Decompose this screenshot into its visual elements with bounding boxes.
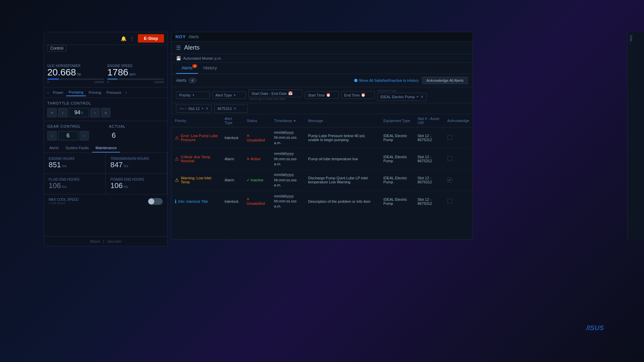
hamburger-icon[interactable]: ☰ [176, 45, 181, 51]
col-timestamp[interactable]: Timestamp ▼ [271, 114, 305, 127]
engine-hours-label: Engine Hours [49, 157, 101, 161]
toggle-thumb [148, 198, 154, 204]
throttle-back-button[interactable]: ‹ [58, 108, 67, 117]
priority-text: Warning: Low Inlet Temp [181, 176, 218, 184]
tab-history[interactable]: History [198, 63, 222, 74]
timestamp-date: mm/dd/yyyy [274, 130, 302, 135]
alert-type-filter-arrow: ▼ [233, 94, 236, 97]
transmission-hours-value: 847 [110, 161, 123, 169]
slot-filter-clear[interactable]: ✕ [205, 106, 209, 111]
start-time-filter[interactable]: Start Time ⏰ [305, 91, 338, 99]
throttle-rewind-button[interactable]: « [47, 108, 57, 117]
col-slot-asset[interactable]: Slot # - Asset UID [414, 114, 444, 127]
status-cell: ✕ Active [243, 148, 270, 170]
asset-icon: 💾 [176, 56, 181, 61]
nav-tab-priming[interactable]: Priming [86, 89, 104, 96]
alert-type-cell: Alarm [221, 170, 243, 191]
start-time-label: Start Time [308, 93, 325, 97]
about-link[interactable]: About [90, 239, 100, 243]
col-status[interactable]: Status [243, 114, 270, 127]
noy-logo: NOY [175, 34, 186, 39]
speed-max: 100000 [154, 80, 164, 84]
timestamp-date: mm/dd/yyyy [274, 151, 302, 156]
nav-tab-pumping[interactable]: Pumping [66, 89, 86, 96]
timestamp-cell: mm/dd/yyyy hh:mm:ss.sss a.m. [271, 127, 305, 148]
acknowledge-checkbox[interactable] [447, 199, 452, 203]
fluid-end-label: Fluid End Hours [49, 178, 101, 181]
col-alert-type[interactable]: Alert Type [221, 114, 243, 127]
date-range-filter[interactable]: Start Date - End Date 📅 [249, 89, 302, 97]
end-time-filter[interactable]: End Time ⏰ [341, 91, 375, 99]
equipment-type-filter[interactable]: IDEAL Electric Pump ▼ ✕ [377, 93, 427, 101]
e-stop-button[interactable]: E-Stop [138, 34, 164, 43]
alerts-section-label: Alerts [176, 78, 186, 83]
maintenance-grid: Engine Hours 851 hrs Transmission Hours … [44, 153, 167, 194]
acknowledge-cell[interactable]: ✓ [444, 170, 473, 191]
acknowledge-checkbox[interactable] [447, 135, 452, 140]
nav-tab-pressure[interactable]: Pressure [104, 89, 124, 96]
alerts-titlebar: NOY Alerts [171, 32, 473, 42]
far-right-panel: Inte... [627, 32, 644, 240]
acknowledge-cell[interactable] [444, 191, 473, 208]
bell-icon[interactable]: 🔔 [121, 36, 126, 41]
max-cool-toggle[interactable] [148, 198, 163, 205]
alerts-count-badge: 4 [189, 78, 197, 83]
acknowledge-cell[interactable] [444, 127, 473, 148]
power-end-item: Power End Hours 106 hrs [106, 174, 167, 194]
alert-type-cell: Interlock [221, 191, 243, 208]
acknowledge-checkbox[interactable] [447, 156, 452, 161]
throttle-fast-forward-button[interactable]: » [101, 108, 110, 117]
engine-hours-item: Engine Hours 851 hrs [44, 153, 106, 174]
gear-back-button[interactable]: ‹ [47, 131, 57, 140]
alert-type-cell: Interlock [221, 127, 243, 148]
acknowledge-checkbox[interactable]: ✓ [447, 178, 452, 182]
hydraulic-hp-unit: hp [77, 72, 81, 76]
nav-prev-arrow[interactable]: ‹ [46, 89, 50, 96]
bottom-tab-faults[interactable]: System Faults [62, 144, 92, 153]
status-icon: ✕ [247, 134, 250, 138]
move-to-history-button[interactable]: Move All Satisfied/Inactive to History [354, 78, 419, 82]
priority-filter[interactable]: Priority ▼ [176, 92, 210, 99]
bottom-tab-alerts[interactable]: Alerts [46, 144, 62, 153]
throttle-forward-button[interactable]: › [90, 108, 100, 117]
more-options-icon[interactable]: ⋮ [130, 36, 135, 41]
nav-tab-power[interactable]: Power [50, 89, 66, 96]
status-cell: ✓ Inactive [243, 170, 270, 191]
acknowledge-all-button[interactable]: Acknowledge All Alerts [422, 77, 468, 84]
calendar-icon: 📅 [288, 91, 293, 96]
tab-alerts[interactable]: Alerts 4 [176, 63, 198, 74]
col-message[interactable]: Message [305, 114, 380, 127]
checkbox-check-icon: ✓ [448, 178, 451, 182]
table-row: ⚠ Error: Low Pump Lube Pressure Interloc… [171, 127, 473, 148]
slot-filter[interactable]: Slot # Slot 12 ▼ ✕ [176, 105, 212, 113]
col-priority[interactable]: Priority [171, 114, 221, 127]
priority-icon: ⚠ [175, 135, 179, 140]
bottom-tab-maintenance[interactable]: Maintenance [92, 144, 120, 153]
col-equipment-type[interactable]: Equipment Type [380, 114, 414, 127]
gear-value-display: 6 [58, 131, 78, 140]
eq-type-clear[interactable]: ✕ [420, 95, 424, 99]
hydraulic-hp-block: ulic Horsepower 20.668 hp 0 100000 [47, 64, 104, 84]
left-panel-header: 🔔 ⋮ E-Stop [44, 32, 167, 45]
left-panel-footer: About | nov.com [44, 236, 167, 246]
nav-next-arrow[interactable]: › [124, 89, 128, 96]
hp-min: 0 [47, 80, 49, 84]
slot-filter-arrow: ▼ [201, 107, 204, 110]
alerts-table-container: Priority Alert Type Status Timestamp ▼ M… [171, 114, 473, 208]
alert-type-filter[interactable]: Alert Type ▼ [212, 92, 246, 99]
gear-actual-value: 6 [109, 131, 164, 140]
status-cell: ✕ Unsatisfied [243, 127, 270, 148]
asset-uid-clear[interactable]: ✕ [233, 106, 236, 111]
slot-filter-value: Slot 12 [188, 107, 200, 111]
message-cell: Pump oil lube temperature low [305, 148, 380, 170]
priority-text: Critical: Aux Temp Nominal [181, 155, 218, 163]
col-acknowledge[interactable]: Acknowledge [444, 114, 473, 127]
titlebar-window-title: Alerts [189, 35, 199, 39]
gear-section: GEAR CONTROL ‹ 6 › ACTUAL 6 [44, 121, 167, 144]
acknowledge-cell[interactable] [444, 148, 473, 170]
right-panel: NOY Alerts ☰ Alerts 💾 Automated Munter p… [171, 32, 473, 240]
nov-link[interactable]: nov.com [107, 239, 121, 243]
engine-speed-value: 1786 [107, 68, 128, 77]
asset-uid-filter[interactable]: 8675312 ✕ [214, 105, 248, 113]
gear-forward-button[interactable]: › [79, 131, 89, 140]
